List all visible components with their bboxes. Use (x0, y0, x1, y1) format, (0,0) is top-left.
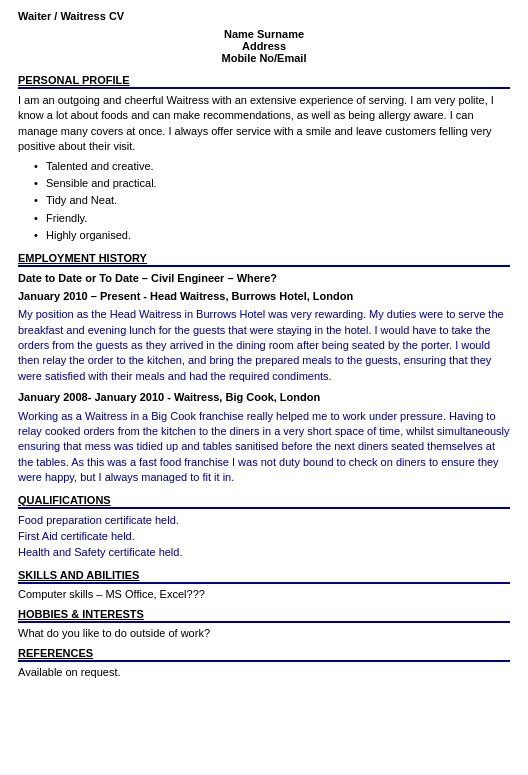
personal-profile-body: I am an outgoing and cheerful Waitress w… (18, 93, 510, 155)
employment-entry-1: January 2010 – Present - Head Waitress, … (18, 289, 510, 384)
references-title: REFERENCES (18, 647, 510, 662)
bullet-item-4: Friendly. (34, 211, 510, 226)
header-address: Address (18, 40, 510, 52)
bullet-item-1: Talented and creative. (34, 159, 510, 174)
employment-date-1: January 2010 – Present - Head Waitress, … (18, 289, 510, 304)
employment-placeholder: Date to Date or To Date – Civil Engineer… (18, 271, 510, 286)
hobbies-content: What do you like to do outside of work? (18, 627, 510, 639)
references-content: Available on request. (18, 666, 510, 678)
personal-profile-content: I am an outgoing and cheerful Waitress w… (18, 93, 510, 244)
bullet-item-3: Tidy and Neat. (34, 193, 510, 208)
employment-date-2: January 2008- January 2010 - Waitress, B… (18, 390, 510, 405)
bullet-item-2: Sensible and practical. (34, 176, 510, 191)
page-title: Waiter / Waitress CV (18, 10, 510, 22)
personal-profile-title: PERSONAL PROFILE (18, 74, 510, 89)
employment-desc-1: My position as the Head Waitress in Burr… (18, 307, 510, 384)
employment-entry-2: January 2008- January 2010 - Waitress, B… (18, 390, 510, 485)
skills-content: Computer skills – MS Office, Excel??? (18, 588, 510, 600)
employment-history-content: Date to Date or To Date – Civil Engineer… (18, 271, 510, 486)
header-contact: Mobile No/Email (18, 52, 510, 64)
qualifications-title: QUALIFICATIONS (18, 494, 510, 509)
bullet-item-5: Highly organised. (34, 228, 510, 243)
qualifications-content: Food preparation certificate held. First… (18, 513, 510, 561)
header-block: Name Surname Address Mobile No/Email (18, 28, 510, 64)
employment-history-title: EMPLOYMENT HISTORY (18, 252, 510, 267)
skills-title: SKILLS AND ABILITIES (18, 569, 510, 584)
header-name: Name Surname (18, 28, 510, 40)
qualification-2: First Aid certificate held. (18, 529, 510, 544)
qualification-1: Food preparation certificate held. (18, 513, 510, 528)
personal-profile-bullets: Talented and creative. Sensible and prac… (34, 159, 510, 244)
employment-desc-2: Working as a Waitress in a Big Cook fran… (18, 409, 510, 486)
hobbies-title: HOBBIES & INTERESTS (18, 608, 510, 623)
qualification-3: Health and Safety certificate held. (18, 545, 510, 560)
